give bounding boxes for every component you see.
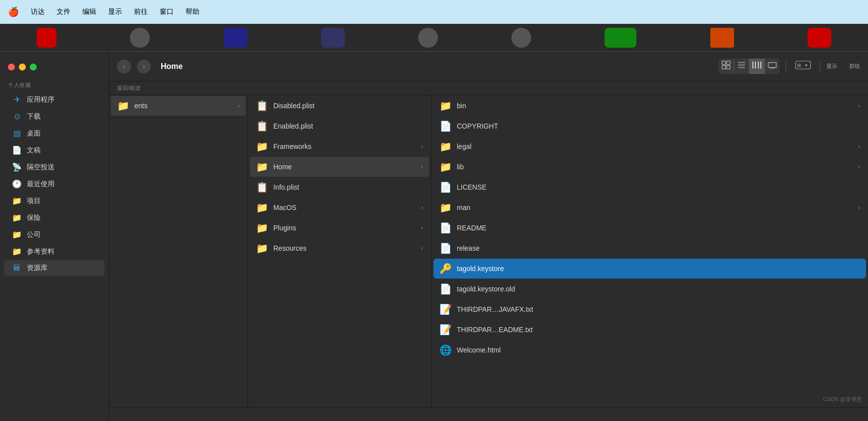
back-button[interactable]: ‹: [117, 60, 131, 73]
minimize-button[interactable]: [19, 64, 26, 70]
folder-icon: 📁: [256, 222, 268, 234]
list-item[interactable]: 📁 ents ›: [111, 96, 246, 116]
apps-icon: ✈: [12, 95, 22, 104]
list-item[interactable]: 📋 Info.plist: [250, 177, 429, 197]
file-name: bin: [457, 102, 853, 110]
folder-icon: 📁: [439, 140, 452, 152]
list-item[interactable]: 📄 release: [434, 238, 866, 258]
more-views-btn[interactable]: ⊞ ▾: [792, 59, 814, 74]
safe-icon: 📁: [12, 213, 22, 222]
menu-file[interactable]: 文件: [57, 7, 70, 16]
icon-view-btn[interactable]: [719, 59, 734, 74]
sidebar-item-label: 下载: [27, 112, 41, 121]
list-view-btn[interactable]: [734, 59, 749, 74]
menu-window[interactable]: 窗口: [160, 7, 174, 16]
menu-view[interactable]: 显示: [108, 7, 122, 16]
display-label: 显示: [826, 63, 837, 70]
txt-icon: 📝: [439, 324, 452, 336]
apple-menu[interactable]: 🍎: [8, 6, 19, 17]
file-icon: 📄: [439, 181, 452, 193]
file-name: LICENSE: [457, 183, 860, 191]
folder-icon: 📁: [256, 202, 268, 213]
gallery-view-btn[interactable]: [765, 59, 780, 74]
sidebar-item-label: 隔空投送: [27, 163, 55, 172]
documents-icon: 📄: [12, 145, 22, 155]
sidebar-item-library[interactable]: 🏛 资源库: [4, 260, 105, 276]
dock-icon-7[interactable]: [605, 28, 636, 48]
folder-icon: 📁: [439, 100, 452, 112]
file-name: Info.plist: [273, 183, 423, 191]
menu-edit[interactable]: 编辑: [82, 7, 96, 16]
chevron-icon: ›: [858, 143, 860, 150]
company-icon: 📁: [12, 230, 22, 239]
dock-icon-3[interactable]: [224, 28, 248, 48]
sidebar-item-label: 公司: [27, 230, 41, 239]
file-name: ents: [134, 102, 233, 110]
sidebar-item-airdrop[interactable]: 📡 隔空投送: [4, 159, 105, 175]
list-item[interactable]: 📄 LICENSE: [434, 177, 866, 197]
sidebar-item-label: 参考资料: [27, 247, 55, 256]
list-item[interactable]: 📄 COPYRIGHT: [434, 116, 866, 136]
file-name: THIRDPAR…JAVAFX.txt: [457, 305, 860, 313]
svg-rect-2: [722, 66, 726, 69]
file-name: Home: [273, 163, 416, 171]
list-item[interactable]: 🌐 Welcome.html: [434, 340, 866, 360]
library-icon: 🏛: [12, 264, 22, 273]
list-item[interactable]: 📁 Frameworks ›: [250, 137, 429, 156]
dock-icon-2[interactable]: [130, 28, 150, 48]
menu-go[interactable]: 前往: [134, 7, 148, 16]
bottom-status-bar: [109, 407, 868, 421]
list-item[interactable]: 📄 tagold.keystore.old: [434, 279, 866, 299]
sidebar-item-label: 资源库: [27, 264, 48, 273]
file-name: lib: [457, 163, 853, 171]
dock-icon-8[interactable]: [710, 28, 734, 48]
list-item[interactable]: 📁 Plugins ›: [250, 218, 429, 238]
sidebar-item-refs[interactable]: 📁 参考资料: [4, 243, 105, 260]
sidebar-item-company[interactable]: 📁 公司: [4, 226, 105, 243]
list-item[interactable]: 📁 Resources ›: [250, 238, 429, 258]
display-settings[interactable]: 显示: [826, 63, 837, 70]
forward-button[interactable]: ›: [137, 60, 151, 73]
downloads-icon: ⊙: [12, 112, 22, 121]
file-name: legal: [457, 142, 853, 150]
sidebar-item-safe[interactable]: 📁 保险: [4, 210, 105, 226]
list-item[interactable]: 📁 lib ›: [434, 157, 866, 177]
list-item[interactable]: 📝 THIRDPAR…EADME.txt: [434, 320, 866, 340]
dock-icon-1[interactable]: [37, 28, 57, 48]
dock-icon-5[interactable]: [418, 28, 438, 48]
recent-icon: 🕐: [12, 179, 22, 189]
list-item[interactable]: 📄 README: [434, 218, 866, 238]
sidebar-item-label: 项目: [27, 197, 41, 206]
menu-finda[interactable]: 访达: [31, 7, 45, 16]
list-item-selected[interactable]: 🔑 tagold.keystore: [434, 259, 866, 279]
file-icon: 📄: [439, 242, 452, 254]
list-item[interactable]: 📁 legal ›: [434, 137, 866, 156]
list-item[interactable]: 📁 MacOS ›: [250, 198, 429, 217]
sidebar-item-desktop[interactable]: ▤ 桌面: [4, 125, 105, 141]
sidebar-item-documents[interactable]: 📄 文稿: [4, 142, 105, 158]
breadcrumb-bar: 返回/前进: [109, 81, 868, 95]
close-button[interactable]: [8, 64, 15, 70]
list-item[interactable]: 📋 Enabled.plist: [250, 116, 429, 136]
toolbar-title: Home: [161, 62, 714, 71]
maximize-button[interactable]: [30, 64, 37, 70]
menu-help[interactable]: 帮助: [186, 7, 199, 16]
folder-icon: 📁: [439, 202, 452, 213]
sidebar-item-recent[interactable]: 🕐 最近使用: [4, 176, 105, 192]
sidebar-item-downloads[interactable]: ⊙ 下载: [4, 108, 105, 125]
svg-rect-11: [768, 63, 776, 68]
dock-icon-4[interactable]: [321, 28, 345, 48]
sidebar-item-projects[interactable]: 📁 项目: [4, 193, 105, 209]
column-view-btn[interactable]: [749, 59, 765, 74]
group-settings[interactable]: 群组: [849, 63, 860, 70]
list-item[interactable]: 📝 THIRDPAR…JAVAFX.txt: [434, 299, 866, 319]
dock-icon-6[interactable]: [511, 28, 531, 48]
file-name: Frameworks: [273, 142, 416, 150]
folder-icon: 📁: [256, 140, 268, 152]
sidebar-item-apps[interactable]: ✈ 应用程序: [4, 91, 105, 108]
dock-icon-9[interactable]: [807, 28, 831, 48]
list-item[interactable]: 📋 Disabled.plist: [250, 96, 429, 116]
list-item[interactable]: 📁 Home ›: [250, 157, 429, 177]
list-item[interactable]: 📁 man ›: [434, 198, 866, 217]
list-item[interactable]: 📁 bin ›: [434, 96, 866, 116]
